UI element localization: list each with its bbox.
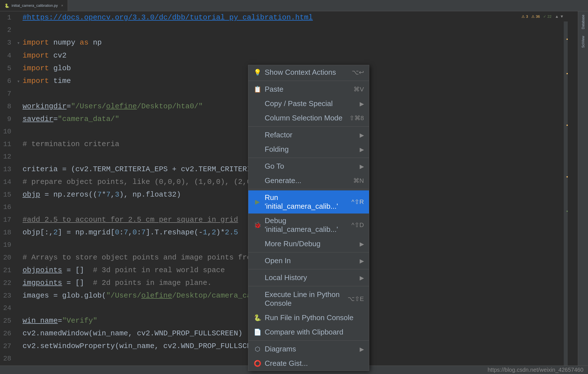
error-count[interactable]: ⚠ 36 bbox=[531, 14, 540, 19]
ctx-more-run-debug[interactable]: More Run/Debug ▶ bbox=[248, 237, 369, 251]
right-sidebar: Database SciView bbox=[578, 11, 588, 374]
code-line-1: 1 #https://docs.opencv.org/3.3.0/dc/dbb/… bbox=[0, 11, 578, 24]
ctx-sep-1 bbox=[248, 81, 369, 81]
python-icon: 🐍 bbox=[5, 3, 9, 8]
ctx-generate[interactable]: Generate... ⌘N bbox=[248, 173, 369, 188]
ctx-sep-2 bbox=[248, 126, 369, 127]
ctx-refactor[interactable]: Refactor ▶ bbox=[248, 128, 369, 142]
tab-bar: 🐍 initial_camera_calibration.py × bbox=[0, 0, 588, 11]
debug-icon: 🐞 bbox=[253, 221, 261, 229]
ctx-run-file-console[interactable]: 🐍 Run File in Python Console bbox=[248, 311, 369, 325]
ok-count[interactable]: ✓ 22 bbox=[543, 14, 551, 19]
compare-icon: 📄 bbox=[253, 329, 261, 336]
arrow-icon-diagrams: ▶ bbox=[360, 346, 364, 353]
arrow-icon-refactor: ▶ bbox=[360, 132, 364, 138]
status-url: https://blog.csdn.net/weixin_42657460 bbox=[488, 367, 583, 373]
sidebar-tab-database[interactable]: Database bbox=[579, 11, 587, 32]
ctx-debug[interactable]: 🐞 Debug 'initial_camera_calib...' ^⇧D bbox=[248, 214, 369, 237]
tab-label: initial_camera_calibration.py bbox=[12, 3, 58, 8]
arrow-icon-history: ▶ bbox=[360, 274, 364, 281]
arrow-icon-more-run: ▶ bbox=[360, 241, 364, 247]
warning-count[interactable]: ⚠ 3 bbox=[521, 14, 528, 19]
ctx-create-gist[interactable]: ⭕ Create Gist... bbox=[248, 356, 369, 371]
ctx-sep-7 bbox=[248, 286, 369, 286]
ctx-diagrams[interactable]: ⬡ Diagrams ▶ bbox=[248, 342, 369, 356]
scrollbar-mark-warning4 bbox=[567, 176, 568, 177]
ctx-sep-5 bbox=[248, 252, 369, 252]
scrollbar-mark-ok bbox=[567, 211, 568, 212]
ctx-sep-8 bbox=[248, 340, 369, 341]
tab-close-button[interactable]: × bbox=[61, 4, 63, 8]
editor-topbar: ⚠ 3 ⚠ 36 ✓ 22 ▲ ▼ bbox=[521, 11, 564, 21]
ctx-sep-3 bbox=[248, 158, 369, 158]
arrow-icon-open-in: ▶ bbox=[360, 258, 364, 264]
code-line-2: 2 bbox=[0, 24, 578, 36]
arrow-icon-goto: ▶ bbox=[360, 163, 364, 170]
file-tab[interactable]: 🐍 initial_camera_calibration.py × bbox=[0, 0, 68, 11]
gist-icon: ⭕ bbox=[253, 360, 261, 367]
ctx-copy-paste-special[interactable]: Copy / Paste Special ▶ bbox=[248, 96, 369, 111]
diagrams-icon: ⬡ bbox=[253, 346, 261, 353]
scrollbar-mark-warning bbox=[567, 39, 568, 40]
arrow-icon-folding: ▶ bbox=[360, 146, 364, 153]
ctx-execute-line[interactable]: Execute Line in Python Console ⌥⇧E bbox=[248, 287, 369, 311]
code-line-4: 4 import cv2 bbox=[0, 49, 578, 62]
lightbulb-icon: 💡 bbox=[253, 69, 261, 76]
ctx-sep-4 bbox=[248, 189, 369, 189]
ctx-column-selection-mode[interactable]: Column Selection Mode ⇧⌘8 bbox=[248, 111, 369, 125]
ctx-local-history[interactable]: Local History ▶ bbox=[248, 270, 369, 285]
run-file-icon: 🐍 bbox=[253, 314, 261, 322]
ctx-folding[interactable]: Folding ▶ bbox=[248, 142, 369, 157]
ctx-show-context-actions[interactable]: 💡 Show Context Actions ⌥↩ bbox=[248, 65, 369, 80]
arrow-icon: ▶ bbox=[360, 100, 364, 107]
ctx-paste[interactable]: 📋 Paste ⌘V bbox=[248, 82, 369, 96]
ctx-open-in[interactable]: Open In ▶ bbox=[248, 254, 369, 268]
context-menu: 💡 Show Context Actions ⌥↩ 📋 Paste ⌘V Cop… bbox=[248, 65, 369, 371]
run-icon: ▶ bbox=[253, 198, 261, 206]
nav-arrows[interactable]: ▲ ▼ bbox=[555, 14, 564, 19]
ctx-go-to[interactable]: Go To ▶ bbox=[248, 159, 369, 173]
ctx-sep-6 bbox=[248, 269, 369, 269]
ctx-compare-clipboard[interactable]: 📄 Compare with Clipboard bbox=[248, 325, 369, 339]
paste-icon: 📋 bbox=[253, 86, 261, 93]
code-line-3: 3 ▾ import numpy as np bbox=[0, 36, 578, 49]
scrollbar-mark-warning2 bbox=[567, 73, 568, 74]
scrollbar-mark-warning3 bbox=[567, 125, 568, 126]
scrollbar-gutter[interactable] bbox=[564, 21, 568, 366]
sidebar-tab-sciview[interactable]: SciView bbox=[579, 32, 587, 51]
ctx-run[interactable]: ▶ Run 'initial_camera_calib...' ^⇧R bbox=[248, 190, 369, 214]
